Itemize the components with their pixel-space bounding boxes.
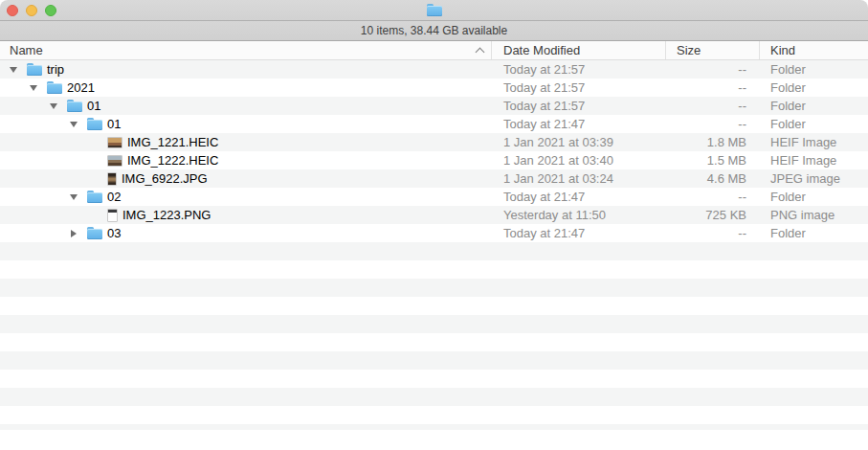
- zoom-button[interactable]: [45, 5, 56, 16]
- disclosure-open-icon[interactable]: [30, 85, 37, 91]
- disclosure-slot: [68, 194, 87, 200]
- file-name: IMG_1222.HEIC: [127, 153, 218, 168]
- file-name: IMG_6922.JPG: [122, 171, 208, 186]
- kind-cell: Folder: [760, 80, 868, 95]
- disclosure-slot: [28, 85, 47, 91]
- status-text: 10 items, 38.44 GB available: [361, 24, 507, 37]
- folder-proxy-icon[interactable]: [427, 4, 442, 16]
- disclosure-slot: [8, 67, 27, 73]
- date-modified-cell: Yesterday at 11:50: [492, 208, 666, 222]
- photo-thumbnail-icon: [107, 137, 122, 148]
- kind-cell: HEIF Image: [760, 135, 868, 149]
- size-cell: --: [666, 226, 760, 240]
- disclosure-open-icon[interactable]: [70, 122, 78, 127]
- traffic-lights: [7, 5, 56, 16]
- folder-icon: [67, 100, 82, 112]
- name-cell: 03: [0, 224, 492, 242]
- kind-cell: HEIF Image: [760, 153, 868, 168]
- size-cell: --: [666, 99, 760, 113]
- kind-cell: PNG image: [760, 208, 868, 222]
- date-modified-cell: Today at 21:47: [492, 190, 666, 204]
- table-row[interactable]: 01 Today at 21:47 -- Folder: [0, 115, 868, 133]
- table-row[interactable]: IMG_1222.HEIC 1 Jan 2021 at 03:40 1.5 MB…: [0, 151, 868, 169]
- file-name: trip: [47, 62, 64, 77]
- table-row[interactable]: 01 Today at 21:57 -- Folder: [0, 97, 868, 115]
- size-cell: 1.5 MB: [666, 153, 760, 168]
- minimize-button[interactable]: [26, 5, 37, 16]
- date-modified-cell: Today at 21:47: [492, 226, 666, 240]
- table-row[interactable]: IMG_1223.PNG Yesterday at 11:50 725 KB P…: [0, 206, 868, 224]
- png-document-icon: [107, 209, 118, 222]
- finder-window: 10 items, 38.44 GB available Name Date M…: [0, 0, 868, 450]
- table-row[interactable]: 02 Today at 21:47 -- Folder: [0, 188, 868, 206]
- name-cell: 2021: [0, 79, 492, 97]
- name-cell: 01: [0, 97, 492, 115]
- kind-cell: Folder: [760, 62, 868, 77]
- size-cell: --: [666, 117, 760, 131]
- kind-cell: Folder: [760, 190, 868, 204]
- disclosure-slot: [48, 103, 67, 109]
- date-modified-cell: Today at 21:57: [492, 80, 666, 95]
- date-modified-cell: Today at 21:57: [492, 62, 666, 77]
- file-name: 03: [107, 226, 121, 240]
- column-header-name[interactable]: Name: [0, 41, 492, 59]
- disclosure-slot: [68, 122, 87, 127]
- table-row[interactable]: 03 Today at 21:47 -- Folder: [0, 224, 868, 242]
- kind-cell: Folder: [760, 99, 868, 113]
- column-header-date-label: Date Modified: [503, 43, 580, 57]
- close-button[interactable]: [7, 5, 18, 16]
- file-name: 01: [87, 99, 100, 113]
- file-name: 02: [107, 190, 121, 204]
- name-cell: 02: [0, 188, 492, 206]
- column-header-kind-label: Kind: [770, 43, 795, 57]
- disclosure-slot: [68, 230, 87, 237]
- kind-cell: Folder: [760, 226, 868, 240]
- folder-icon: [47, 81, 62, 94]
- file-name: IMG_1223.PNG: [122, 208, 211, 222]
- date-modified-cell: Today at 21:47: [492, 117, 666, 131]
- disclosure-open-icon[interactable]: [50, 103, 57, 109]
- size-cell: --: [666, 190, 760, 204]
- kind-cell: JPEG image: [760, 171, 868, 186]
- folder-icon: [87, 227, 102, 239]
- date-modified-cell: 1 Jan 2021 at 03:40: [492, 153, 666, 168]
- table-row[interactable]: 2021 Today at 21:57 -- Folder: [0, 79, 868, 97]
- kind-cell: Folder: [760, 117, 868, 131]
- size-cell: --: [666, 62, 760, 77]
- column-header-date-modified[interactable]: Date Modified: [492, 41, 666, 59]
- title-bar[interactable]: [0, 0, 868, 21]
- column-header-size-label: Size: [677, 43, 701, 57]
- column-header-size[interactable]: Size: [666, 41, 760, 59]
- date-modified-cell: Today at 21:57: [492, 99, 666, 113]
- name-cell: 01: [0, 115, 492, 133]
- file-name: IMG_1221.HEIC: [127, 135, 218, 149]
- file-name: 2021: [67, 80, 95, 95]
- sort-ascending-icon: [476, 48, 485, 57]
- disclosure-closed-icon[interactable]: [71, 230, 77, 237]
- size-cell: 725 KB: [666, 208, 760, 222]
- folder-icon: [27, 63, 42, 76]
- size-cell: 1.8 MB: [666, 135, 760, 149]
- table-row[interactable]: IMG_6922.JPG 1 Jan 2021 at 03:24 4.6 MB …: [0, 169, 868, 188]
- name-cell: IMG_6922.JPG: [0, 169, 492, 188]
- table-row[interactable]: trip Today at 21:57 -- Folder: [0, 60, 868, 79]
- size-cell: --: [666, 80, 760, 95]
- file-name: 01: [107, 117, 121, 131]
- date-modified-cell: 1 Jan 2021 at 03:39: [492, 135, 666, 149]
- table-row[interactable]: IMG_1221.HEIC 1 Jan 2021 at 03:39 1.8 MB…: [0, 133, 868, 151]
- name-cell: trip: [0, 60, 492, 79]
- size-cell: 4.6 MB: [666, 171, 760, 186]
- name-cell: IMG_1221.HEIC: [0, 133, 492, 151]
- folder-icon: [87, 191, 102, 203]
- column-headers: Name Date Modified Size Kind: [0, 41, 868, 60]
- file-list[interactable]: trip Today at 21:57 -- Folder 2021 Today…: [0, 60, 868, 430]
- column-header-name-label: Name: [10, 43, 43, 57]
- name-cell: IMG_1222.HEIC: [0, 151, 492, 169]
- date-modified-cell: 1 Jan 2021 at 03:24: [492, 171, 666, 186]
- disclosure-open-icon[interactable]: [10, 67, 17, 73]
- column-header-kind[interactable]: Kind: [760, 41, 868, 59]
- status-bar: 10 items, 38.44 GB available: [0, 21, 868, 41]
- photo-thumbnail-icon: [107, 155, 122, 167]
- photo-thumbnail-icon: [107, 172, 117, 186]
- disclosure-open-icon[interactable]: [70, 194, 78, 200]
